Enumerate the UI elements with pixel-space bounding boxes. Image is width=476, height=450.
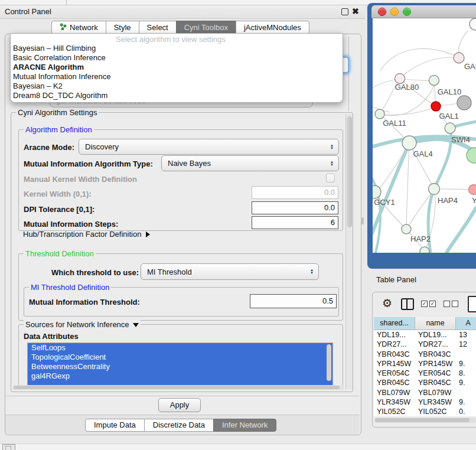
network-node-gal10[interactable]: [429, 76, 439, 86]
network-node[interactable]: [467, 148, 476, 163]
network-window-titlebar[interactable]: [371, 5, 476, 18]
network-node-gal[interactable]: [454, 53, 464, 63]
float-window-icon[interactable]: [341, 8, 348, 15]
network-node-swi4[interactable]: [445, 123, 455, 133]
aracne-mode-label: Aracne Mode:: [24, 143, 74, 152]
table-row[interactable]: YDR27...YDR27...12: [374, 340, 476, 349]
table-row[interactable]: YER054CYER054C8.: [374, 369, 476, 378]
dpi-tolerance-label: DPI Tolerance [0,1]:: [24, 205, 94, 214]
table-cell: 0.: [456, 407, 476, 416]
network-canvas[interactable]: GALGAL80GAL10GAL1GAL11SWI4GAL4GCY1HAP4YH…: [373, 18, 476, 253]
list-scrollbar-thumb[interactable]: [327, 344, 331, 381]
unchecked-checkbox-icon[interactable]: [444, 301, 450, 307]
column-header-name[interactable]: name: [415, 317, 456, 330]
network-node-gcy1[interactable]: [373, 185, 381, 198]
mi-type-combobox[interactable]: Naive Bayes ▲▼: [161, 155, 339, 171]
network-node[interactable]: [420, 247, 429, 253]
manual-kernel-checkbox[interactable]: [326, 174, 335, 182]
close-traffic-light-icon[interactable]: [378, 8, 386, 16]
panel-splitter-handle[interactable]: [361, 217, 364, 224]
table-row[interactable]: YIL052CYIL052C0.: [374, 407, 476, 416]
which-threshold-combobox[interactable]: MI Threshold ▲▼: [141, 263, 319, 280]
algorithm-option-aracne-algorithm[interactable]: ARACNE Algorithm: [12, 63, 341, 72]
network-node-gal1[interactable]: [431, 102, 441, 111]
column-header-a[interactable]: A: [456, 317, 476, 330]
close-icon[interactable]: ✖: [352, 6, 359, 16]
network-node-hap4[interactable]: [429, 184, 440, 195]
network-node-gal80[interactable]: [395, 74, 405, 84]
attribute-item-betweennesscentrality[interactable]: BetweennessCentrality: [28, 362, 332, 371]
cyni-algorithm-settings-title: Cyni Algorithm Settings: [16, 108, 99, 117]
node-label-hap4: HAP4: [438, 196, 458, 205]
zoom-traffic-light-icon[interactable]: [403, 8, 411, 16]
table-cell: 9.: [456, 359, 476, 369]
table-row[interactable]: YDL19...YDL19...13: [374, 330, 476, 340]
apply-button[interactable]: Apply: [158, 398, 201, 412]
table-hscrollbar-track[interactable]: [374, 418, 476, 423]
tab-network[interactable]: Network: [51, 21, 106, 34]
hub-definition-toggle[interactable]: Hub/Transcription Factor Definition: [23, 230, 150, 239]
gear-icon[interactable]: ⚙: [382, 296, 392, 310]
network-edge[interactable]: [400, 57, 459, 79]
checked-checkbox-icon[interactable]: ✓: [429, 301, 436, 307]
attribute-item-gal4rgexp[interactable]: gal4RGexp: [28, 371, 332, 381]
table-cell: YPR145W: [374, 359, 415, 369]
mi-threshold-field[interactable]: 0.5: [250, 294, 337, 308]
settings-hscrollbar-track[interactable]: [12, 385, 344, 390]
network-edge[interactable]: [380, 106, 436, 115]
algorithm-option-bayesian-k2[interactable]: Bayesian – K2: [12, 81, 341, 91]
cyni-algorithm-settings-group: Cyni Algorithm Settings Algorithm Defini…: [11, 112, 353, 392]
dpi-tolerance-field[interactable]: 0.0: [252, 201, 338, 214]
node-label-gal11: GAL11: [383, 119, 406, 128]
attribute-item-topologicalcoefficient[interactable]: TopologicalCoefficient: [28, 353, 332, 362]
bottom-left-icon[interactable]: [2, 444, 15, 450]
table-hscrollbar-thumb[interactable]: [375, 418, 470, 422]
bottom-tab-impute-data[interactable]: Impute Data: [85, 419, 145, 432]
split-columns-icon[interactable]: [401, 298, 414, 310]
network-node-hap2[interactable]: [402, 224, 411, 234]
sources-title[interactable]: Sources for Network Inference: [24, 320, 141, 329]
network-node-gal11[interactable]: [375, 109, 384, 119]
bottom-tab-discretize-data[interactable]: Discretize Data: [144, 419, 214, 432]
tab-cyni-toolbox[interactable]: Cyni Toolbox: [176, 21, 236, 34]
bottom-tab-infer-network[interactable]: Infer Network: [213, 419, 276, 432]
minimize-traffic-light-icon[interactable]: [390, 8, 399, 16]
checked-checkbox-icon[interactable]: ✓: [421, 301, 428, 307]
network-edge[interactable]: [380, 48, 459, 71]
settings-scrollbar-thumb[interactable]: [347, 116, 352, 227]
table-row[interactable]: YPR145WYPR145W9.: [374, 359, 476, 369]
network-node[interactable]: [457, 96, 471, 110]
document-icon[interactable]: [468, 296, 476, 312]
unchecked-checkbox-icon[interactable]: [452, 301, 458, 307]
algorithm-option-bayesian-hill-climbing[interactable]: Bayesian – Hill Climbing: [12, 44, 341, 53]
table-row[interactable]: YBL079WYBL079W: [374, 388, 476, 397]
kernel-width-field[interactable]: 0.0: [252, 186, 338, 199]
settings-hscrollbar-thumb[interactable]: [14, 386, 340, 389]
column-header-shared[interactable]: shared...: [374, 317, 415, 330]
node-table[interactable]: shared...nameA YDL19...YDL19...13YDR27..…: [374, 317, 476, 416]
table-row[interactable]: YBR045CYBR045C9.: [374, 378, 476, 387]
algorithm-option-basic-correlation-inference[interactable]: Basic Correlation Inference: [12, 53, 341, 63]
table-row[interactable]: YLR345WYLR345W9.: [374, 397, 476, 407]
table-cell: YIL052C: [374, 407, 415, 416]
network-node-gal4[interactable]: [402, 136, 416, 150]
network-edge-highlighted[interactable]: [446, 208, 476, 253]
expanded-arrow-icon: [133, 323, 139, 327]
tab-select[interactable]: Select: [139, 21, 177, 34]
node-label-y: Y: [472, 196, 476, 205]
settings-scrollbar-track[interactable]: [345, 114, 353, 389]
network-node[interactable]: [470, 18, 476, 30]
network-node-y[interactable]: [469, 185, 476, 195]
mi-type-value: Naive Bayes: [162, 159, 328, 168]
table-row[interactable]: YBR043CYBR043C: [374, 350, 476, 359]
algorithm-option-dream8-dc-tdc-algorithm[interactable]: Dream8 DC_TDC Algorithm: [12, 91, 341, 100]
attribute-item-selfloops[interactable]: SelfLoops: [28, 343, 332, 353]
tab-jactivemnodules[interactable]: jActiveMNodules: [236, 21, 309, 34]
data-attributes-list[interactable]: SelfLoopsTopologicalCoefficientBetweenne…: [27, 343, 333, 386]
data-attributes-label: Data Attributes: [24, 332, 79, 341]
network-edge[interactable]: [406, 143, 409, 229]
mi-steps-field[interactable]: 6: [252, 216, 338, 229]
algorithm-option-mutual-information-inference[interactable]: Mutual Information Inference: [12, 72, 341, 81]
aracne-mode-combobox[interactable]: Discovery ▲▼: [79, 139, 339, 155]
tab-style[interactable]: Style: [106, 21, 139, 34]
